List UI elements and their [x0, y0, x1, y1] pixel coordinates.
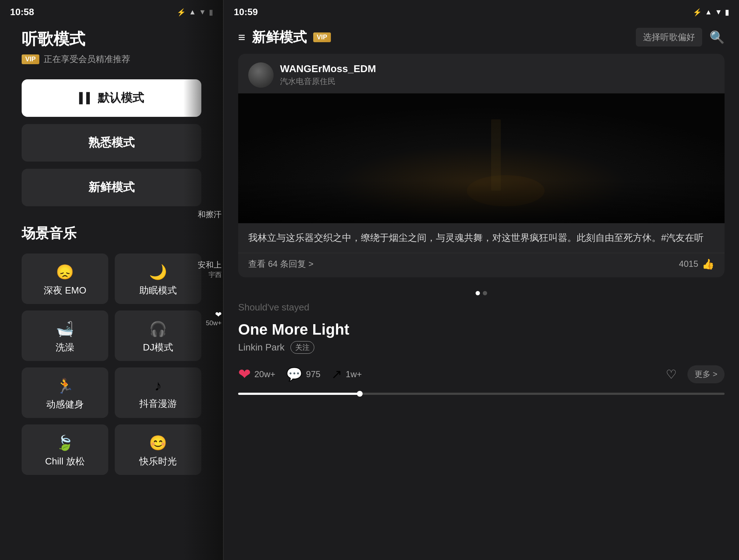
post-user-info: WANGErMoss_EDM 汽水电音原住民 [280, 63, 376, 87]
search-icon[interactable]: 🔍 [709, 30, 725, 44]
progress-bar-container [224, 389, 739, 402]
scene-item-bath[interactable]: 🛁 洗澡 [22, 310, 108, 361]
comment-count: 975 [306, 369, 320, 379]
comment-button[interactable]: 💬 975 [286, 367, 320, 382]
default-mode-button[interactable]: ▌▌ 默认模式 [22, 79, 201, 117]
partial-right-songs: 和擦汗 [189, 209, 223, 220]
tiktok-icon: ♪ [154, 378, 162, 394]
heart-count: 20w+ [254, 369, 275, 379]
familiar-mode-label: 熟悉模式 [88, 135, 135, 151]
mode-buttons-container: ▌▌ 默认模式 熟悉模式 新鲜模式 [22, 79, 201, 206]
vip-badge-row: VIP 正在享受会员精准推荐 [22, 53, 201, 65]
left-time: 10:58 [10, 6, 34, 18]
dot-1 [476, 291, 480, 295]
partial-right-song2: 安和上 宇西 [189, 260, 223, 279]
comment-icon: 💬 [286, 367, 302, 382]
follow-button[interactable]: 关注 [290, 341, 314, 354]
familiar-mode-button[interactable]: 熟悉模式 [22, 124, 201, 162]
sleep-icon: 🌙 [149, 264, 167, 281]
mode-title: 听歌模式 [22, 28, 201, 50]
song-subtitle: Should've stayed [224, 298, 739, 315]
left-phone: 10:58 ⚡ ▲ ▼ ▮ 听歌模式 VIP 正在享受会员精准推荐 ▌▌ 默认模… [0, 0, 224, 560]
post-footer: 查看 64 条回复 > 4015 👍 [238, 253, 725, 277]
right-phone: 10:59 ⚡ ▲ ▼ ▮ ≡ 新鲜模式 VIP 选择听歌偏好 🔍 WANGEr… [224, 0, 739, 560]
bath-label: 洗澡 [56, 341, 74, 354]
emo-icon: 😞 [56, 264, 74, 281]
partial-song-2: 安和上 [189, 260, 223, 270]
scene-item-fitness[interactable]: 🏃 动感健身 [22, 367, 108, 418]
scene-item-chill[interactable]: 🍃 Chill 放松 [22, 424, 108, 475]
right-header-right: 选择听歌偏好 🔍 [636, 28, 725, 47]
dj-icon: 🎧 [149, 321, 167, 338]
dot-2 [483, 291, 487, 295]
post-card: WANGErMoss_EDM 汽水电音原住民 [238, 54, 725, 277]
post-header: WANGErMoss_EDM 汽水电音原住民 [238, 54, 725, 93]
dj-label: DJ模式 [143, 341, 173, 354]
progress-thumb[interactable] [357, 391, 363, 397]
fresh-mode-label: 新鲜模式 [88, 180, 135, 195]
post-image [238, 93, 725, 223]
right-page-title: 新鲜模式 [252, 28, 307, 47]
right-vip-badge: VIP [313, 32, 331, 42]
share-icon: ↗ [331, 367, 342, 382]
post-username: WANGErMoss_EDM [280, 63, 376, 75]
scene-item-dj[interactable]: 🎧 DJ模式 [115, 310, 201, 361]
heart-button[interactable]: ❤ 20w+ [238, 365, 275, 383]
right-header: ≡ 新鲜模式 VIP 选择听歌偏好 🔍 [224, 21, 739, 54]
scene-item-happy[interactable]: 😊 快乐时光 [115, 424, 201, 475]
scene-item-tiktok[interactable]: ♪ 抖音漫游 [115, 367, 201, 418]
likes-count: 4015 [679, 259, 698, 269]
partial-heart-count: 50w+ [189, 319, 223, 327]
vip-header: 听歌模式 VIP 正在享受会员精准推荐 [22, 28, 201, 65]
right-signal-icon: ▲ [705, 8, 712, 16]
right-time: 10:59 [234, 6, 258, 18]
share-button[interactable]: ↗ 1w+ [331, 367, 362, 382]
scene-item-emo[interactable]: 😞 深夜 EMO [22, 253, 108, 304]
share-count: 1w+ [346, 369, 362, 379]
partial-right-heart: ❤ 50w+ [189, 310, 223, 327]
vip-subtitle: 正在享受会员精准推荐 [44, 53, 130, 65]
right-lightning-icon: ⚡ [693, 8, 702, 17]
post-likes: 4015 👍 [679, 258, 714, 270]
chill-label: Chill 放松 [45, 455, 85, 468]
song-artist-row: Linkin Park 关注 [238, 341, 725, 354]
lightning-icon: ⚡ [177, 8, 186, 17]
preference-button[interactable]: 选择听歌偏好 [636, 28, 702, 47]
happy-label: 快乐时光 [139, 455, 177, 468]
vip-badge: VIP [22, 54, 39, 64]
right-status-bar: 10:59 ⚡ ▲ ▼ ▮ [224, 0, 739, 21]
more-button[interactable]: 更多 > [687, 365, 725, 383]
post-usertag: 汽水电音原住民 [280, 76, 376, 87]
partial-heart: ❤ [189, 310, 223, 319]
right-wifi-icon: ▼ [715, 8, 722, 16]
fresh-mode-button[interactable]: 新鲜模式 [22, 169, 201, 206]
emo-label: 深夜 EMO [44, 284, 86, 297]
left-main-content: 听歌模式 VIP 正在享受会员精准推荐 ▌▌ 默认模式 熟悉模式 新鲜模式 场景… [0, 21, 223, 482]
partial-song-1: 和擦汗 [198, 209, 223, 220]
fitness-icon: 🏃 [56, 378, 74, 394]
song-artist: Linkin Park [238, 342, 285, 353]
comments-link[interactable]: 查看 64 条回复 > [248, 258, 314, 270]
post-text: 我林立与这乐器交织之中，缭绕于烟尘之间，与灵魂共舞，对这世界疯狂叫嚣。此刻自由至… [238, 223, 725, 253]
song-info: One More Light Linkin Park 关注 [224, 315, 739, 360]
left-status-bar: 10:58 ⚡ ▲ ▼ ▮ [0, 0, 223, 21]
default-mode-label: 默认模式 [98, 90, 144, 106]
tiktok-label: 抖音漫游 [139, 397, 177, 410]
left-status-icons: ⚡ ▲ ▼ ▮ [177, 8, 213, 17]
post-image-overlay [238, 180, 725, 223]
signal-icon: ▲ [189, 8, 196, 16]
favorite-icon[interactable]: ♡ [666, 367, 677, 382]
avatar-image [248, 62, 274, 88]
dots-indicator [224, 288, 739, 298]
progress-track[interactable] [238, 393, 725, 395]
hamburger-icon[interactable]: ≡ [238, 30, 245, 44]
right-battery-icon: ▮ [725, 8, 729, 17]
post-avatar [248, 62, 274, 88]
song-title: One More Light [238, 321, 725, 338]
chill-icon: 🍃 [56, 435, 74, 451]
bath-icon: 🛁 [56, 321, 74, 338]
thumbs-up-icon[interactable]: 👍 [702, 258, 714, 270]
scene-item-sleep[interactable]: 🌙 助眠模式 [115, 253, 201, 304]
interaction-row: ❤ 20w+ 💬 975 ↗ 1w+ ♡ 更多 > [224, 360, 739, 389]
partial-song-2-artist: 宇西 [189, 270, 223, 279]
